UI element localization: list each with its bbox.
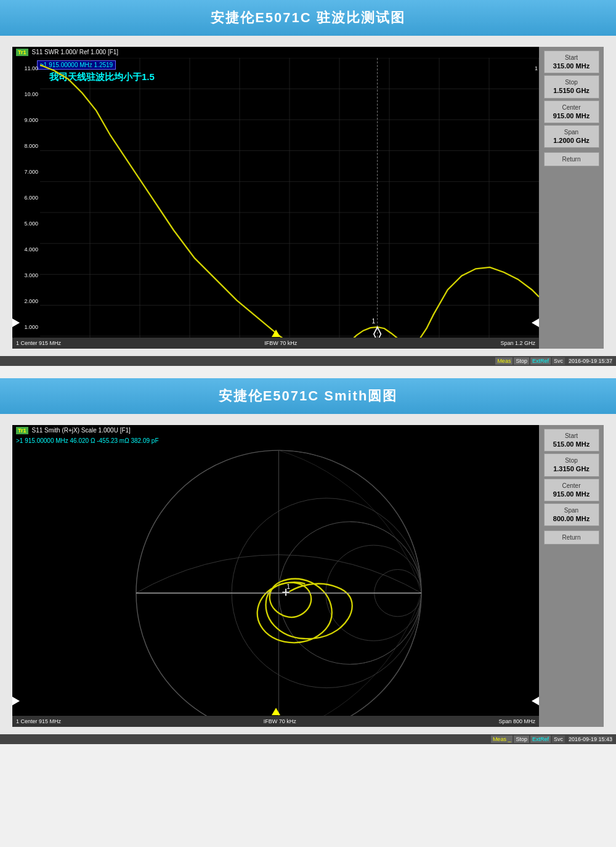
span-label-2: Span [546, 506, 598, 514]
stop-value-1: 1.5150 GHz [546, 86, 598, 95]
center-label-1: Center [546, 103, 598, 111]
y-axis-labels: 11.00 10.00 9.000 8.000 7.000 6.000 5.00… [15, 65, 38, 330]
status-stop-1: Stop [514, 357, 529, 365]
chart1-bottom-right: Span 1.2 GHz [500, 340, 535, 346]
status-meas-2: Meas _ [491, 736, 513, 743]
tr1-badge: Tr1 [16, 49, 28, 56]
return-btn-1[interactable]: Return [544, 152, 599, 166]
chart2-bottom-right: Span 800 MHz [498, 718, 535, 724]
side-panel-2: Start 515.00 MHz Stop 1.3150 GHz Center … [539, 425, 604, 727]
center-btn-2[interactable]: Center 915.00 MHz [544, 479, 599, 501]
smith-svg: 1 [18, 436, 539, 727]
y-label-5: 5.000 [15, 221, 38, 227]
stop-label-2: Stop [546, 456, 598, 464]
center-btn-1[interactable]: Center 915.00 MHz [544, 100, 599, 123]
corner-marker: 1 [535, 65, 538, 71]
smith-left-arrow [12, 697, 20, 705]
smith-bottom-triangle [272, 708, 280, 715]
start-value-1: 315.00 MHz [546, 62, 598, 70]
title1-text: 安捷伦E5071C 驻波比测试图 [211, 10, 405, 25]
section1-title: 安捷伦E5071C 驻波比测试图 [0, 0, 616, 36]
status-stop-2: Stop [514, 736, 529, 743]
chart2-bottom-bar: 1 Center 915 MHz IFBW 70 kHz Span 800 MH… [12, 716, 539, 727]
span-value-2: 800.00 MHz [546, 514, 598, 523]
instrument-block-1: Tr1 S11 SWR 1.000/ Ref 1.000 [F1] >1 915… [0, 36, 616, 356]
status-extref-2: ExtRef [530, 736, 551, 743]
y-label-4: 4.000 [15, 246, 38, 253]
svg-text:1: 1 [371, 318, 375, 325]
left-arrow [12, 318, 20, 327]
stop-value-2: 1.3150 GHz [546, 464, 598, 473]
stop-label-1: Stop [546, 78, 598, 86]
chart2-header: Tr1 S11 Smith (R+jX) Scale 1.000U [F1] [12, 425, 539, 434]
chart1-bottom-bar: 1 Center 915 MHz IFBW 70 kHz Span 1.2 GH… [12, 338, 539, 349]
smith-chart-area: Tr1 S11 Smith (R+jX) Scale 1.000U [F1] >… [12, 425, 539, 727]
y-label-6: 6.000 [15, 195, 38, 201]
span-btn-2[interactable]: Span 800.00 MHz [544, 503, 599, 526]
status-bar-2: Meas _ Stop ExtRef Svc 2016-09-19 15:43 [0, 734, 616, 744]
side-panel-1: Start 315.00 MHz Stop 1.5150 GHz Center … [539, 47, 604, 349]
return-label-2: Return [546, 533, 598, 541]
return-btn-2[interactable]: Return [544, 530, 599, 545]
start-btn-2[interactable]: Start 515.00 MHz [544, 429, 599, 452]
status-svc-2: Svc [552, 736, 565, 743]
start-btn-1[interactable]: Start 315.00 MHz [544, 51, 599, 73]
instrument-block-2: Tr1 S11 Smith (R+jX) Scale 1.000U [F1] >… [0, 414, 616, 734]
y-label-2: 2.000 [15, 298, 38, 304]
stop-btn-1[interactable]: Stop 1.5150 GHz [544, 75, 599, 98]
y-label-10: 10.00 [15, 91, 38, 97]
swr-svg: 1 [40, 58, 539, 349]
status-meas-1: Meas [495, 357, 513, 365]
chart2-bottom-center: IFBW 70 kHz [264, 718, 296, 724]
span-btn-1[interactable]: Span 1.2000 GHz [544, 125, 599, 148]
center-value-2: 915.00 MHz [546, 490, 598, 498]
right-arrow [532, 318, 539, 327]
start-value-2: 515.00 MHz [546, 440, 598, 448]
section2-title: 安捷伦E5071C Smith圆图 [0, 378, 616, 414]
smith-right-arrow [532, 697, 539, 705]
title2-text: 安捷伦E5071C Smith圆图 [219, 388, 398, 403]
y-label-7: 7.000 [15, 169, 38, 175]
chart2-header-text: S11 Smith (R+jX) Scale 1.000U [F1] [32, 427, 131, 434]
status-time-2: 2016-09-19 15:43 [569, 736, 612, 742]
span-label-1: Span [546, 128, 598, 136]
chart1-bottom-left: 1 Center 915 MHz [16, 340, 61, 346]
svg-text:1: 1 [286, 583, 290, 590]
status-time-1: 2016-09-19 15:37 [569, 358, 612, 364]
chart1-header: Tr1 S11 SWR 1.000/ Ref 1.000 [F1] [12, 47, 539, 56]
y-label-11: 11.00 [15, 65, 38, 71]
chart1-header-text: S11 SWR 1.000/ Ref 1.000 [F1] [32, 49, 119, 56]
span-value-1: 1.2000 GHz [546, 136, 598, 145]
y-label-8: 8.000 [15, 143, 38, 149]
status-extref-1: ExtRef [530, 357, 551, 365]
center-value-1: 915.00 MHz [546, 111, 598, 120]
tr1-badge-2: Tr1 [16, 427, 28, 434]
section-gap [0, 366, 616, 378]
swr-chart-area: Tr1 S11 SWR 1.000/ Ref 1.000 [F1] >1 915… [12, 47, 539, 349]
bottom-triangle [272, 330, 280, 337]
y-label-9: 9.000 [15, 117, 38, 123]
status-bar-1: Meas Stop ExtRef Svc 2016-09-19 15:37 [0, 356, 616, 366]
start-label-1: Start [546, 54, 598, 62]
return-label-1: Return [546, 155, 598, 163]
chart2-bottom-left: 1 Center 915 MHz [16, 718, 61, 724]
status-svc-1: Svc [552, 357, 565, 365]
chart1-bottom-center: IFBW 70 kHz [264, 340, 297, 346]
stop-btn-2[interactable]: Stop 1.3150 GHz [544, 453, 599, 476]
center-label-2: Center [546, 482, 598, 490]
y-label-3: 3.000 [15, 272, 38, 278]
start-label-2: Start [546, 432, 598, 440]
